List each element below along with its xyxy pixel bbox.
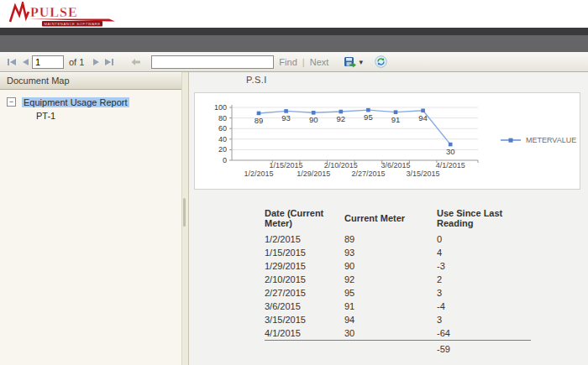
table-row: 2/27/2015953 (265, 286, 531, 300)
svg-text:92: 92 (337, 114, 346, 123)
use-cell: 4 (437, 246, 531, 259)
svg-text:20: 20 (218, 145, 227, 154)
total-empty-cell (344, 341, 437, 357)
column-header: Current Meter (344, 208, 437, 232)
svg-text:89: 89 (255, 116, 264, 125)
use-cell: 3 (437, 286, 531, 300)
svg-text:3/6/2015: 3/6/2015 (381, 161, 410, 169)
table-row: 4/1/201530-64 (265, 326, 531, 341)
find-text-input[interactable] (151, 55, 274, 69)
refresh-icon (375, 55, 387, 68)
next-page-button[interactable] (89, 55, 102, 69)
header-dark-strip (0, 28, 588, 35)
total-empty-cell (265, 341, 344, 357)
document-map-tree: − Equipment Usage Report PT-1 (0, 90, 181, 123)
report-body: P.S.I 0204060801001/2/20151/15/20151/29/… (189, 72, 588, 365)
prev-page-button[interactable] (18, 55, 32, 69)
tree-item-equipment-usage-report[interactable]: Equipment Usage Report (22, 97, 129, 107)
svg-text:94: 94 (418, 113, 428, 123)
use-cell: -64 (437, 326, 531, 341)
panel-splitter[interactable] (181, 72, 189, 365)
table-header: Date (Current Meter)Current MeterUse Sin… (265, 208, 531, 232)
svg-text:2/10/2015: 2/10/2015 (324, 161, 358, 169)
table-row: 2/10/2015922 (265, 273, 531, 286)
refresh-button[interactable] (375, 55, 387, 68)
collapse-expander-icon[interactable]: − (7, 97, 16, 107)
first-page-button[interactable] (5, 55, 18, 69)
mpulse-logo: PULSE MAINTENANCE SOFTWARE (8, 2, 134, 27)
table-row: 1/2/2015890 (265, 232, 531, 246)
chart-container: 0204060801001/2/20151/15/20151/29/20152/… (194, 92, 580, 190)
svg-text:60: 60 (218, 124, 227, 133)
first-page-icon (7, 58, 17, 66)
find-next-links: Find | Next (279, 57, 328, 67)
svg-text:1/29/2015: 1/29/2015 (297, 169, 330, 178)
page-number-input[interactable] (32, 55, 64, 69)
last-page-icon (104, 58, 114, 66)
date-cell: 2/27/2015 (265, 286, 344, 300)
export-save-icon (344, 56, 356, 68)
table-row: 3/6/201591-4 (265, 300, 531, 313)
document-map-panel: Document Map − Equipment Usage Report PT… (0, 72, 181, 365)
table-row: 1/29/201590-3 (265, 259, 531, 273)
report-toolbar: of 1 Find | Next (0, 52, 588, 72)
brand-tagline: MAINTENANCE SOFTWARE (44, 22, 100, 26)
prev-page-icon (22, 58, 29, 66)
meter-value-line-chart: 0204060801001/2/20151/15/20151/29/20152/… (195, 93, 578, 187)
svg-text:0: 0 (223, 156, 227, 164)
export-button[interactable]: ▾ (344, 56, 363, 68)
svg-text:91: 91 (391, 115, 401, 124)
meter-cell: 93 (344, 246, 437, 259)
meter-cell: 30 (344, 326, 437, 341)
chart-title: P.S.I (246, 75, 267, 85)
date-cell: 3/15/2015 (265, 313, 344, 326)
meter-readings-table: Date (Current Meter)Current MeterUse Sin… (265, 208, 531, 356)
page-count-label: of 1 (69, 57, 84, 67)
date-cell: 3/6/2015 (265, 300, 344, 313)
column-header: Use Since Last Reading (437, 208, 531, 232)
date-cell: 4/1/2015 (265, 326, 344, 341)
report-viewer-window: PULSE MAINTENANCE SOFTWARE of 1 (0, 0, 588, 365)
use-cell: 3 (437, 313, 531, 326)
svg-text:4/1/2015: 4/1/2015 (436, 161, 465, 169)
next-link[interactable]: Next (310, 57, 329, 67)
find-next-separator: | (302, 57, 305, 67)
splitter-collapse-handle[interactable] (183, 198, 186, 227)
header-gray-strip (0, 35, 588, 52)
table-row: 3/15/2015943 (265, 313, 531, 326)
column-header: Date (Current Meter) (265, 208, 344, 232)
back-to-parent-button[interactable] (129, 55, 143, 69)
svg-text:93: 93 (281, 113, 291, 123)
svg-text:40: 40 (218, 135, 227, 143)
meter-cell: 95 (344, 286, 437, 300)
meter-cell: 92 (344, 273, 437, 286)
brand-bar: PULSE MAINTENANCE SOFTWARE (0, 0, 588, 28)
use-cell: 0 (437, 232, 531, 246)
use-cell: -3 (437, 259, 531, 273)
svg-text:90: 90 (309, 115, 318, 124)
find-link[interactable]: Find (279, 57, 297, 67)
svg-text:1/2/2015: 1/2/2015 (244, 169, 273, 178)
use-cell: 2 (437, 273, 531, 286)
use-cell: -4 (437, 300, 531, 313)
meter-cell: 94 (344, 313, 437, 326)
date-cell: 1/15/2015 (265, 246, 344, 259)
brand-name: PULSE (30, 5, 78, 19)
svg-text:100: 100 (214, 103, 227, 112)
back-arrow-icon (131, 58, 141, 66)
next-page-icon (92, 58, 100, 66)
last-page-button[interactable] (102, 55, 116, 69)
tree-item-pt-1[interactable]: PT-1 (0, 109, 181, 123)
legend-metervalue: METERVALUE (526, 136, 576, 144)
meter-cell: 91 (344, 300, 437, 313)
table-footer: -59 (265, 341, 531, 357)
document-map-header: Document Map (0, 72, 181, 90)
total-use-cell: -59 (437, 341, 531, 357)
svg-text:95: 95 (364, 112, 373, 122)
svg-text:1/15/2015: 1/15/2015 (270, 161, 303, 169)
svg-text:3/15/2015: 3/15/2015 (407, 169, 440, 178)
export-dropdown-caret[interactable]: ▾ (359, 58, 363, 66)
tree-root-row: − Equipment Usage Report (0, 95, 181, 109)
svg-text:2/27/2015: 2/27/2015 (351, 169, 385, 178)
svg-text:80: 80 (218, 114, 227, 123)
